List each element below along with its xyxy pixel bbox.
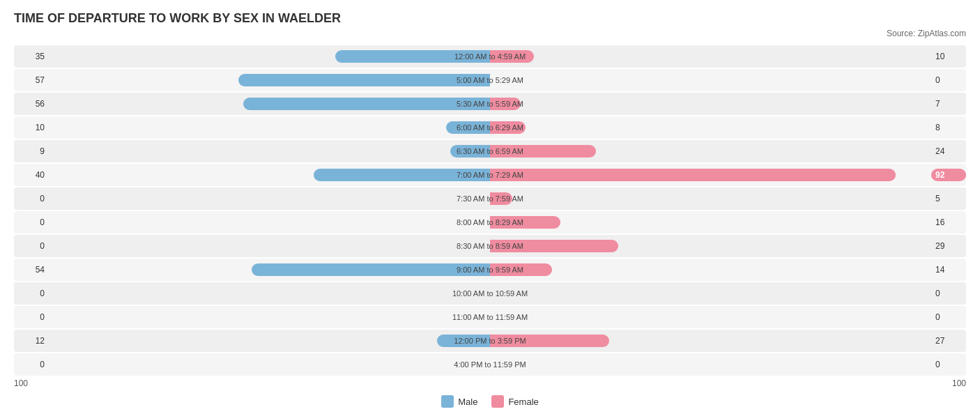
- chart-row: 08:00 AM to 8:29 AM16: [14, 211, 966, 233]
- female-value: 16: [931, 217, 966, 227]
- chart-row: 3512:00 AM to 4:59 AM10: [14, 45, 966, 68]
- female-value: 8: [931, 123, 966, 132]
- chart-container: 3512:00 AM to 4:59 AM10575:00 AM to 5:29…: [14, 45, 966, 376]
- male-bar: [335, 50, 490, 63]
- female-value: 27: [931, 336, 966, 346]
- female-value: 0: [931, 75, 966, 85]
- female-value: 0: [931, 289, 966, 298]
- legend-male-box: [441, 395, 454, 408]
- bar-area: 6:30 AM to 6:59 AM: [49, 140, 931, 162]
- female-bar: [490, 169, 896, 181]
- bar-area: 8:30 AM to 8:59 AM: [49, 235, 931, 257]
- female-bar-wrap: [490, 121, 526, 134]
- chart-row: 07:30 AM to 7:59 AM5: [14, 187, 966, 210]
- male-bar-wrap: [238, 74, 490, 86]
- chart-title: TIME OF DEPARTURE TO WORK BY SEX IN WAEL…: [14, 11, 966, 26]
- female-bar: [490, 121, 526, 134]
- footer-left-label: 100: [14, 378, 28, 388]
- male-bar: [446, 121, 490, 134]
- legend-female: Female: [491, 395, 538, 408]
- female-bar: [490, 240, 618, 252]
- female-value: 7: [931, 99, 966, 109]
- male-bar-wrap: [243, 98, 490, 110]
- chart-row: 08:30 AM to 8:59 AM29: [14, 235, 966, 257]
- legend: Male Female: [14, 395, 966, 408]
- female-bar: [490, 263, 552, 276]
- time-label: 4:00 PM to 11:59 PM: [454, 360, 526, 369]
- female-bar-wrap: [490, 216, 560, 229]
- female-bar-wrap: [490, 240, 618, 252]
- female-bar-wrap: [490, 335, 609, 347]
- male-value: 54: [14, 265, 49, 275]
- chart-row: 565:30 AM to 5:59 AM7: [14, 93, 966, 115]
- male-value: 0: [14, 289, 49, 298]
- bar-area: 7:30 AM to 7:59 AM: [49, 187, 931, 210]
- male-value: 0: [14, 360, 49, 369]
- female-bar: [490, 192, 512, 205]
- legend-female-box: [491, 395, 504, 408]
- bar-area: 5:30 AM to 5:59 AM: [49, 93, 931, 115]
- female-bar: [490, 145, 596, 158]
- male-value: 40: [14, 170, 49, 180]
- male-value: 12: [14, 336, 49, 346]
- time-label: 10:00 AM to 10:59 AM: [452, 289, 528, 298]
- male-value: 0: [14, 217, 49, 227]
- male-bar: [314, 169, 490, 181]
- male-value: 57: [14, 75, 49, 85]
- male-bar-wrap: [335, 50, 490, 63]
- chart-row: 96:30 AM to 6:59 AM24: [14, 140, 966, 162]
- male-value: 35: [14, 52, 49, 61]
- bar-area: 11:00 AM to 11:59 AM: [49, 306, 931, 328]
- female-value: 0: [931, 312, 966, 322]
- chart-row: 106:00 AM to 6:29 AM8: [14, 116, 966, 139]
- bar-area: 5:00 AM to 5:29 AM: [49, 69, 931, 91]
- source-text: Source: ZipAtlas.com: [14, 29, 966, 38]
- bar-area: 9:00 AM to 9:59 AM: [49, 259, 931, 281]
- female-value: 14: [931, 265, 966, 275]
- legend-male: Male: [441, 395, 477, 408]
- female-bar: [490, 98, 521, 110]
- female-value: 10: [931, 52, 966, 61]
- chart-row: 011:00 AM to 11:59 AM0: [14, 306, 966, 328]
- female-bar-wrap: [490, 50, 534, 63]
- female-value: 0: [931, 360, 966, 369]
- bar-area: 6:00 AM to 6:29 AM: [49, 116, 931, 139]
- bar-area: 12:00 AM to 4:59 AM: [49, 45, 931, 68]
- male-value: 0: [14, 241, 49, 251]
- male-value: 10: [14, 123, 49, 132]
- female-value: 29: [931, 241, 966, 251]
- legend-female-label: Female: [508, 397, 538, 407]
- female-value: 5: [931, 194, 966, 204]
- female-value: 92: [931, 169, 966, 181]
- chart-row: 1212:00 PM to 3:59 PM27: [14, 330, 966, 352]
- male-bar: [437, 335, 490, 347]
- time-label: 11:00 AM to 11:59 AM: [452, 313, 528, 321]
- bar-area: 12:00 PM to 3:59 PM: [49, 330, 931, 352]
- chart-row: 549:00 AM to 9:59 AM14: [14, 259, 966, 281]
- female-bar-wrap: [490, 98, 521, 110]
- male-bar: [252, 263, 490, 276]
- male-bar: [450, 145, 490, 158]
- male-value: 9: [14, 146, 49, 156]
- female-bar-wrap: [490, 169, 896, 181]
- bar-area: 7:00 AM to 7:29 AM: [49, 164, 931, 186]
- male-bar-wrap: [450, 145, 490, 158]
- bar-area: 4:00 PM to 11:59 PM: [49, 353, 931, 376]
- bar-area: 8:00 AM to 8:29 AM: [49, 211, 931, 233]
- male-bar-wrap: [446, 121, 490, 134]
- female-value: 24: [931, 146, 966, 156]
- male-bar: [243, 98, 490, 110]
- female-bar: [490, 50, 534, 63]
- chart-row: 407:00 AM to 7:29 AM92: [14, 164, 966, 186]
- female-bar-wrap: [490, 263, 552, 276]
- male-bar-wrap: [437, 335, 490, 347]
- footer-right-label: 100: [952, 378, 966, 388]
- male-bar-wrap: [252, 263, 490, 276]
- male-value: 56: [14, 99, 49, 109]
- chart-row: 04:00 PM to 11:59 PM0: [14, 353, 966, 376]
- male-value: 0: [14, 312, 49, 322]
- male-bar: [238, 74, 490, 86]
- male-value: 0: [14, 194, 49, 204]
- female-bar-wrap: [490, 145, 596, 158]
- bar-area: 10:00 AM to 10:59 AM: [49, 282, 931, 305]
